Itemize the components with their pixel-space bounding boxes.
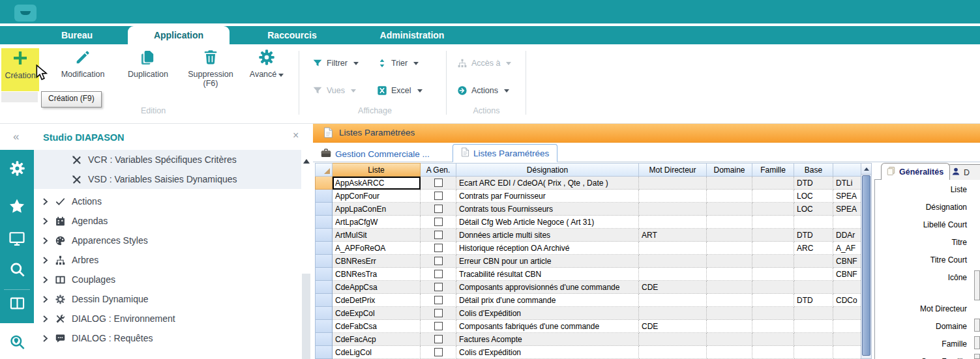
cell-domaine[interactable] xyxy=(707,320,752,333)
cell-a-gen[interactable] xyxy=(421,242,456,255)
cell-domaine[interactable] xyxy=(707,346,752,359)
cell-mot-directeur[interactable] xyxy=(639,255,707,268)
cell-extra[interactable]: CDCo xyxy=(833,294,861,307)
row-selector[interactable] xyxy=(315,333,333,346)
famille-input[interactable] xyxy=(974,336,980,349)
cell-domaine[interactable] xyxy=(707,190,752,203)
cell-a-gen[interactable] xyxy=(421,203,456,216)
cell-designation[interactable]: Composants approvisionnés d'une commande xyxy=(456,281,639,294)
cell-extra[interactable]: SPEA xyxy=(833,203,861,216)
row-selector[interactable] xyxy=(315,281,333,294)
filtrer-dropdown-icon[interactable] xyxy=(353,62,359,65)
suppression-button[interactable]: Suppression (F6) xyxy=(180,48,241,91)
cell-mot-directeur[interactable] xyxy=(639,216,707,229)
cell-domaine[interactable] xyxy=(707,203,752,216)
tree-item-dialog-requetes[interactable]: DIALOG : Requêtes xyxy=(34,328,301,348)
cell-a-gen[interactable] xyxy=(421,216,456,229)
cell-extra[interactable] xyxy=(833,320,861,333)
tab-bureau[interactable]: Bureau xyxy=(38,26,116,44)
cell-mot-directeur[interactable] xyxy=(639,307,707,320)
cell-domaine[interactable] xyxy=(707,229,752,242)
cell-extra[interactable]: CBNF xyxy=(833,255,861,268)
chevron-right-icon[interactable] xyxy=(42,217,49,225)
cell-base[interactable]: DTD xyxy=(794,294,833,307)
tree-item-arbres[interactable]: Arbres xyxy=(34,250,301,270)
cell-famille[interactable] xyxy=(752,320,794,333)
scroll-up-button[interactable] xyxy=(861,164,871,175)
cell-extra[interactable]: SPEA xyxy=(833,190,861,203)
cell-mot-directeur[interactable] xyxy=(639,294,707,307)
row-selector[interactable] xyxy=(315,177,333,190)
cell-domaine[interactable] xyxy=(707,333,752,346)
cell-domaine[interactable] xyxy=(707,294,752,307)
cell-a-gen[interactable] xyxy=(421,333,456,346)
cell-base[interactable]: DTD xyxy=(794,229,833,242)
cell-mot-directeur[interactable] xyxy=(639,346,707,359)
tree-item-agendas[interactable]: Agendas xyxy=(34,211,301,231)
cell-base[interactable] xyxy=(794,333,833,346)
chevron-right-icon[interactable] xyxy=(42,295,49,304)
trier-button[interactable]: Trier xyxy=(377,56,419,70)
cell-base[interactable] xyxy=(794,320,833,333)
cell-extra[interactable] xyxy=(833,333,861,346)
chevron-right-icon[interactable] xyxy=(42,256,49,265)
cell-extra[interactable]: DTLi xyxy=(833,177,861,190)
domaine-input[interactable] xyxy=(974,319,980,332)
cell-domaine[interactable] xyxy=(707,307,752,320)
cell-a-gen[interactable] xyxy=(421,255,456,268)
cell-domaine[interactable] xyxy=(707,281,752,294)
cell-designation[interactable]: Factures Acompte xyxy=(456,333,639,346)
a-gen-checkbox[interactable] xyxy=(434,244,443,252)
row-selector[interactable] xyxy=(315,307,333,320)
cell-designation[interactable]: Contrats tous Fournisseurs xyxy=(456,203,639,216)
a-gen-checkbox[interactable] xyxy=(434,257,443,265)
table-row[interactable]: CdeExpCol Colis d'Expédition xyxy=(315,307,861,320)
a-gen-checkbox[interactable] xyxy=(434,322,443,330)
column-header-base[interactable]: Base xyxy=(794,163,833,177)
cell-designation[interactable]: Tracabilité résultat CBN xyxy=(456,268,639,281)
cell-base[interactable] xyxy=(794,307,833,320)
cell-famille[interactable] xyxy=(752,307,794,320)
cell-liste[interactable]: CdeDetPrix xyxy=(333,294,421,307)
table-row[interactable]: CBNResTra Tracabilité résultat CBN CBNF xyxy=(315,268,861,281)
cell-extra[interactable]: A_AF xyxy=(833,242,861,255)
cell-famille[interactable] xyxy=(752,229,794,242)
excel-dropdown-icon[interactable] xyxy=(417,89,423,93)
cell-extra[interactable]: CBNF xyxy=(833,268,861,281)
cell-mot-directeur[interactable]: CDE xyxy=(639,320,707,333)
cell-domaine[interactable] xyxy=(707,255,752,268)
cell-extra[interactable]: DDAr xyxy=(833,229,861,242)
tree-item-vcr[interactable]: VCR : Variables Spécifiques Critères xyxy=(34,150,301,169)
tree-scrollbar[interactable] xyxy=(301,150,312,359)
cell-designation[interactable]: Détail prix d'une commande xyxy=(456,294,639,307)
a-gen-checkbox[interactable] xyxy=(434,205,443,213)
column-header-domaine[interactable]: Domaine xyxy=(707,163,752,177)
cell-base[interactable] xyxy=(794,216,833,229)
cell-mot-directeur[interactable] xyxy=(639,333,707,346)
cell-a-gen[interactable] xyxy=(421,190,456,203)
cell-mot-directeur[interactable] xyxy=(639,203,707,216)
table-row[interactable]: CdeFacAcp Factures Acompte xyxy=(315,333,861,346)
row-selector[interactable] xyxy=(315,268,333,281)
table-row[interactable]: AppConFour Contrats par Fournisseur LOC … xyxy=(315,190,861,203)
cell-domaine[interactable] xyxy=(707,216,752,229)
tab-gestion-commerciale[interactable]: Gestion Commerciale ... xyxy=(321,146,430,162)
sidebar-collapse-icon[interactable]: « xyxy=(13,130,19,143)
cell-a-gen[interactable] xyxy=(421,307,456,320)
actions-dropdown-icon[interactable] xyxy=(504,89,509,93)
cell-designation[interactable]: Erreur CBN pour un article xyxy=(456,255,639,268)
icone-input[interactable] xyxy=(974,270,980,300)
cell-base[interactable] xyxy=(794,281,833,294)
cell-famille[interactable] xyxy=(752,242,794,255)
cell-mot-directeur[interactable]: CDE xyxy=(639,281,707,294)
row-selector[interactable] xyxy=(315,320,333,333)
a-gen-checkbox[interactable] xyxy=(434,296,443,304)
cell-liste[interactable]: CdeFabCsa xyxy=(333,320,421,333)
filtrer-button[interactable]: Filtrer xyxy=(312,56,359,70)
cell-mot-directeur[interactable] xyxy=(639,242,707,255)
a-gen-checkbox[interactable] xyxy=(434,348,443,356)
cell-famille[interactable] xyxy=(752,346,794,359)
tree-item-actions[interactable]: Actions xyxy=(34,192,301,211)
table-row[interactable]: CdeDetPrix Détail prix d'une commande DT… xyxy=(315,294,861,307)
table-row[interactable]: CBNResErr Erreur CBN pour un article CBN… xyxy=(315,255,861,268)
